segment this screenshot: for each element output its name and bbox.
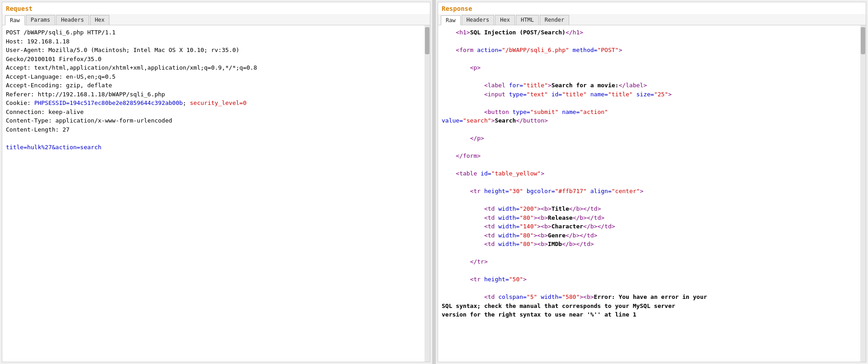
response-title: Response — [438, 2, 866, 14]
response-line: <label for="title">Search for a movie:</… — [442, 81, 857, 90]
request-line: Accept-Encoding: gzip, deflate — [6, 81, 421, 90]
response-line: <input type="text" id="title" name="titl… — [442, 90, 857, 99]
request-line: Accept-Language: en-US,en;q=0.5 — [6, 72, 421, 81]
response-line — [442, 249, 857, 258]
response-line: <h1>SQL Injection (POST/Search)</h1> — [442, 28, 857, 37]
tab-html-response[interactable]: HTML — [516, 15, 539, 25]
response-line — [442, 55, 857, 64]
request-title: Request — [2, 2, 430, 14]
response-line — [442, 143, 857, 152]
request-line: User-Agent: Mozilla/5.0 (Macintosh; Inte… — [6, 46, 421, 55]
response-line — [442, 196, 857, 205]
response-line: </p> — [442, 134, 857, 143]
tab-raw-response[interactable]: Raw — [441, 15, 461, 25]
request-panel: Request Raw Params Headers Hex POST /bWA… — [2, 2, 430, 362]
request-line: Gecko/20100101 Firefox/35.0 — [6, 55, 421, 64]
request-line — [6, 134, 421, 143]
request-raw-content: POST /bWAPP/sqli_6.php HTTP/1.1Host: 192… — [2, 25, 425, 362]
response-line: </tr> — [442, 257, 857, 266]
request-line: Host: 192.168.1.18 — [6, 37, 421, 46]
tab-hex-request[interactable]: Hex — [90, 15, 110, 25]
request-content-wrapper: POST /bWAPP/sqli_6.php HTTP/1.1Host: 192… — [2, 25, 430, 362]
response-line: <td width="140"><b>Character</b></td> — [442, 222, 857, 231]
response-line — [442, 284, 857, 293]
response-line: <td width="80"><b>IMDb</b></td> — [442, 240, 857, 249]
request-line: Accept: text/html,application/xhtml+xml,… — [6, 63, 421, 72]
response-line — [442, 266, 857, 275]
response-line: <table id="table_yellow"> — [442, 169, 857, 178]
response-scrollbar-thumb[interactable] — [861, 27, 865, 54]
response-raw-content: <h1>SQL Injection (POST/Search)</h1> <fo… — [438, 25, 860, 362]
tab-params-request[interactable]: Params — [26, 15, 55, 25]
panel-divider — [432, 0, 436, 364]
response-line — [442, 99, 857, 108]
request-scrollbar-thumb[interactable] — [425, 27, 429, 54]
tab-render-response[interactable]: Render — [540, 15, 569, 25]
request-tab-bar: Raw Params Headers Hex — [2, 14, 430, 25]
response-line: <p> — [442, 63, 857, 72]
request-line: Cookie: PHPSESSID=194c517ec80be2e8285964… — [6, 99, 421, 108]
request-scrollbar[interactable] — [425, 25, 430, 362]
response-line — [442, 125, 857, 134]
tab-raw-request[interactable]: Raw — [5, 15, 25, 25]
response-line: <td width="200"><b>Title</b></td> — [442, 204, 857, 213]
tab-headers-request[interactable]: Headers — [56, 15, 89, 25]
response-line — [442, 178, 857, 187]
response-line — [442, 37, 857, 46]
response-line: <td colspan="5" width="580"><b>Error: Yo… — [442, 293, 857, 302]
response-line — [442, 161, 857, 170]
response-line: SQL syntax; check the manual that corres… — [442, 302, 857, 311]
request-line: title=hulk%27&action=search — [6, 143, 421, 152]
response-tab-bar: Raw Headers Hex HTML Render — [438, 14, 866, 25]
request-line: POST /bWAPP/sqli_6.php HTTP/1.1 — [6, 28, 421, 37]
response-line: <form action="/bWAPP/sqli_6.php" method=… — [442, 46, 857, 55]
response-line — [442, 72, 857, 81]
tab-headers-response[interactable]: Headers — [462, 15, 495, 25]
response-line: <tr height="30" bgcolor="#ffb717" align=… — [442, 187, 857, 196]
tab-hex-response[interactable]: Hex — [495, 15, 515, 25]
request-line: Connection: keep-alive — [6, 108, 421, 117]
response-content-wrapper: <h1>SQL Injection (POST/Search)</h1> <fo… — [438, 25, 866, 362]
response-line: value="search">Search</button> — [442, 116, 857, 125]
response-line: </form> — [442, 151, 857, 161]
response-line: version for the right syntax to use near… — [442, 310, 857, 319]
response-line: <td width="80"><b>Release</b></td> — [442, 213, 857, 222]
request-line: Referer: http://192.168.1.18/bWAPP/sqli_… — [6, 90, 421, 99]
response-line: <td width="80"><b>Genre</b></td> — [442, 231, 857, 240]
response-scrollbar[interactable] — [860, 25, 866, 362]
response-line: <button type="submit" name="action" — [442, 108, 857, 117]
response-panel: Response Raw Headers Hex HTML Render <h1… — [438, 2, 866, 362]
request-line: Content-Type: application/x-www-form-url… — [6, 116, 421, 125]
request-line: Content-Length: 27 — [6, 125, 421, 134]
response-line: <tr height="50"> — [442, 275, 857, 284]
